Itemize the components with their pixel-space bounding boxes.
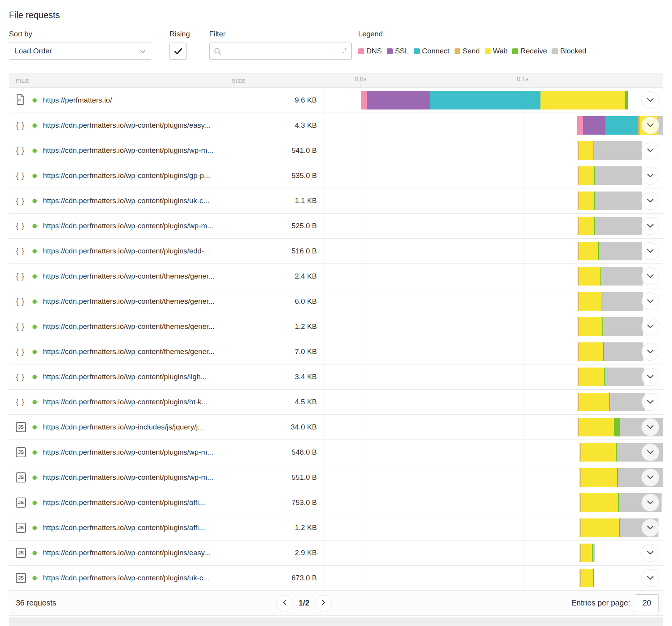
segment-blocked (594, 141, 642, 160)
expand-row-button[interactable] (641, 469, 659, 486)
request-size: 551.0 B (232, 473, 325, 482)
segment-wait (579, 317, 602, 336)
expand-row-button[interactable] (641, 242, 659, 260)
requests-count: 36 requests (16, 599, 56, 607)
segment-blocked (601, 267, 643, 286)
table-row: /> { } JS https://cdn.perfmatters.io/wp-… (9, 138, 663, 163)
status-dot (32, 400, 37, 404)
waterfall-cell (325, 566, 663, 590)
expand-row-button[interactable] (641, 217, 659, 235)
segment-blocked (595, 166, 642, 185)
chevron-down-icon (647, 549, 654, 556)
search-icon (214, 48, 221, 56)
table-row: /> { } JS https://cdn.perfmatters.io/wp-… (9, 415, 663, 440)
legend-label: Legend (358, 30, 592, 38)
chevron-down-icon (647, 298, 654, 305)
expand-row-button[interactable] (641, 569, 659, 587)
column-header-size: SIZE (232, 77, 325, 84)
status-dot (32, 475, 37, 480)
request-size: 4.5 KB (232, 398, 325, 406)
segment-ssl (583, 116, 605, 135)
css-file-icon: { } (16, 322, 25, 331)
sort-by-select[interactable]: Load Order (9, 43, 151, 60)
expand-row-button[interactable] (641, 368, 659, 386)
table-row: /> { } JS https://cdn.perfmatters.io/wp-… (9, 314, 663, 339)
request-url: https://cdn.perfmatters.io/wp-content/th… (43, 347, 215, 356)
expand-row-button[interactable] (641, 116, 659, 134)
file-cell: /> { } JS https://cdn.perfmatters.io/wp-… (9, 221, 232, 231)
status-dot (32, 551, 37, 555)
request-url: https://cdn.perfmatters.io/wp-content/th… (43, 322, 215, 331)
js-file-icon: JS (16, 573, 26, 583)
chevron-left-icon (282, 599, 287, 607)
entries-per-page-input[interactable] (635, 594, 659, 612)
filter-regex-hint: .* (342, 47, 347, 55)
chevron-down-icon (647, 499, 654, 506)
requests-body: /> { } JS https://perfmatters.io/ 9.6 KB (9, 88, 663, 591)
file-cell: /> { } JS https://cdn.perfmatters.io/wp-… (9, 472, 232, 482)
segment-wait (579, 292, 602, 311)
expand-row-button[interactable] (641, 418, 659, 436)
legend-swatch (485, 48, 491, 54)
request-size: 3.4 KB (232, 373, 325, 381)
chevron-down-icon (140, 47, 145, 55)
timeline-gridline (523, 314, 523, 339)
expand-row-button[interactable] (641, 167, 659, 185)
expand-row-button[interactable] (641, 142, 659, 159)
legend-item-label: Blocked (560, 47, 587, 55)
file-cell: /> { } JS https://cdn.perfmatters.io/wp-… (9, 523, 232, 533)
waterfall-cell (325, 289, 663, 314)
status-dot (32, 526, 37, 530)
timeline-gridline (523, 138, 523, 163)
timeline-gridline (361, 390, 361, 414)
timeline-gridline (361, 138, 361, 163)
waterfall-cell (325, 364, 663, 389)
table-row: /> { } JS https://cdn.perfmatters.io/wp-… (9, 339, 663, 364)
segment-wait (579, 418, 614, 436)
expand-row-button[interactable] (641, 318, 659, 335)
table-row: /> { } JS https://cdn.perfmatters.io/wp-… (9, 465, 663, 490)
expand-row-button[interactable] (641, 343, 659, 361)
chevron-down-icon (647, 373, 654, 380)
expand-row-button[interactable] (641, 267, 659, 285)
expand-row-button[interactable] (641, 519, 659, 537)
legend-item: Wait (485, 47, 507, 55)
file-cell: /> { } JS https://cdn.perfmatters.io/wp-… (9, 272, 232, 281)
status-dot (32, 450, 37, 455)
filter-input[interactable] (209, 43, 352, 60)
rising-checkbox[interactable] (169, 43, 187, 60)
expand-row-button[interactable] (641, 494, 659, 511)
timeline-gridline (523, 415, 523, 440)
expand-row-button[interactable] (641, 443, 659, 461)
request-url: https://cdn.perfmatters.io/wp-content/pl… (43, 398, 208, 406)
chevron-down-icon (647, 172, 654, 179)
expand-row-button[interactable] (641, 292, 659, 310)
css-file-icon: { } (16, 297, 25, 306)
segment-blocked (595, 217, 642, 235)
chevron-down-icon (647, 348, 654, 355)
expand-row-button[interactable] (641, 91, 659, 109)
request-url: https://cdn.perfmatters.io/wp-content/pl… (43, 121, 210, 130)
css-file-icon: { } (16, 146, 25, 155)
timeline-gridline (361, 188, 361, 213)
waterfall-cell (325, 515, 663, 540)
waterfall-cell (325, 415, 663, 440)
timeline-gridline (523, 188, 523, 213)
previous-page-button[interactable] (276, 595, 292, 611)
segment-receive (593, 569, 594, 587)
legend-swatch (552, 48, 558, 54)
table-row: /> { } JS https://cdn.perfmatters.io/wp-… (9, 390, 663, 415)
segment-wait (579, 242, 598, 260)
file-cell: /> { } JS https://cdn.perfmatters.io/wp-… (9, 196, 232, 205)
next-page-button[interactable] (316, 595, 332, 611)
expand-row-button[interactable] (641, 192, 659, 210)
rising-group: Rising (169, 30, 190, 60)
expand-row-button[interactable] (641, 393, 659, 411)
segment-connect (605, 116, 638, 135)
request-url: https://cdn.perfmatters.io/wp-content/pl… (43, 523, 205, 532)
segment-ssl (367, 91, 430, 109)
expand-row-button[interactable] (641, 544, 659, 562)
file-cell: /> { } JS https://cdn.perfmatters.io/wp-… (9, 171, 232, 180)
legend-item-label: DNS (366, 47, 382, 55)
legend-item-label: SSL (395, 47, 409, 55)
